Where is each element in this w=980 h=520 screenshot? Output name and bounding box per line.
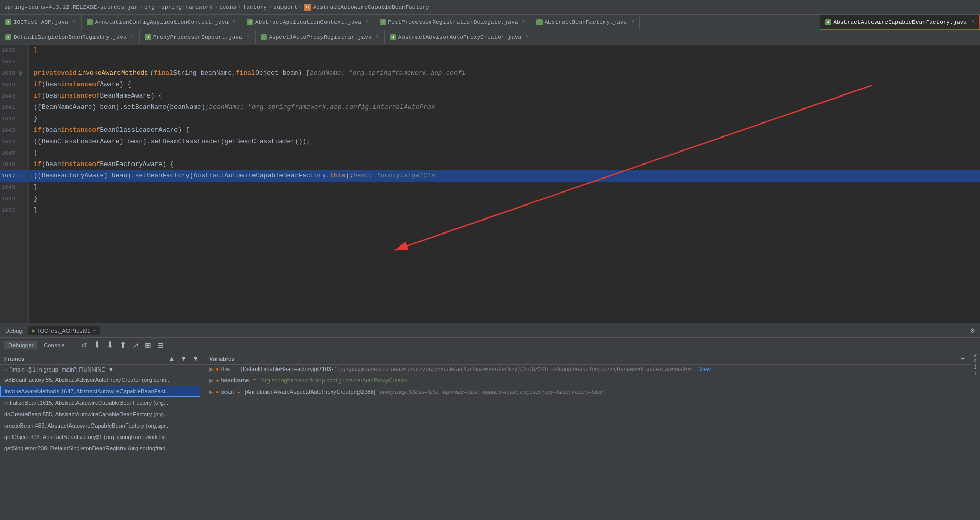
- breadcrumb-org[interactable]: org: [144, 4, 155, 10]
- line-num-1640: 1640: [0, 90, 28, 102]
- restart-btn[interactable]: ↺: [79, 340, 89, 350]
- frame-createbean[interactable]: createBean:483, AbstractAutowireCapableB…: [0, 420, 200, 431]
- console-tab[interactable]: Console: [39, 341, 69, 349]
- line-numbers: 1636 1637 1638 @ 1639 1640: [0, 45, 29, 323]
- debugger-tab[interactable]: Debugger: [4, 341, 37, 349]
- frames-down-btn[interactable]: ▼: [179, 354, 189, 363]
- tab-label: AbstractBeanFactory.java: [545, 19, 627, 25]
- debug-header: Debug: ▶ IOCTest_AOP.test01 × ⚙: [0, 323, 980, 338]
- expand-icon[interactable]: ▶: [209, 366, 213, 373]
- line-num-1649: 1649: [0, 193, 28, 204]
- tab-abstractapp[interactable]: J AbstractApplicationContext.java ×: [241, 15, 374, 30]
- var-this[interactable]: ▶ ● this = {DefaultListableBeanFactory@2…: [205, 365, 971, 376]
- frame-docreatebean[interactable]: doCreateBean:555, AbstractAutowireCapabl…: [0, 408, 200, 420]
- tab-close[interactable]: ×: [247, 34, 250, 40]
- line-num-1643: 1643: [0, 125, 28, 136]
- code-line-1647: ((BeanFactoryAware) bean).setBeanFactory…: [29, 170, 980, 182]
- tab-close[interactable]: ×: [526, 34, 529, 40]
- code-line-1638: private void invokeAwareMethods(final St…: [29, 67, 980, 79]
- code-line-1644: ((BeanClassLoaderAware) bean).setBeanCla…: [29, 136, 980, 147]
- step-over-btn[interactable]: ⬇: [91, 339, 102, 351]
- breadcrumb-springframework[interactable]: springframework: [161, 4, 212, 10]
- tab-aspectj[interactable]: J AspectJAutoProxyRegistrar.java ×: [256, 30, 385, 44]
- code-container: 1636 1637 1638 @ 1639 1640: [0, 45, 980, 323]
- frame-getsingleton[interactable]: getSingleton:230, DefaultSingletonBeanRe…: [0, 443, 200, 454]
- breadcrumb-jar[interactable]: spring-beans-4.3.12.RELEASE-sources.jar: [4, 4, 138, 10]
- frame-invokeaware[interactable]: invokeAwareMethods:1647, AbstractAutowir…: [0, 386, 200, 397]
- tab-abstractadvisor[interactable]: J AbstractAdvisorAutoProxyCreator.java ×: [385, 30, 535, 44]
- run-to-cursor-btn[interactable]: ↗: [130, 340, 141, 350]
- debug-session-close[interactable]: ×: [92, 327, 96, 333]
- var-beanname[interactable]: ▶ ● beanName = "org.springframework.aop.…: [205, 376, 971, 388]
- code-line-1650: }: [29, 204, 980, 216]
- tab-bar-row1: J IOCTest_AOP.java × J AnnotationConfigA…: [0, 15, 980, 30]
- thread-label: "main"@1 in group "main": RUNNING: [10, 366, 106, 373]
- frame-initializebean[interactable]: initializeBean:1615, AbstractAutowireCap…: [0, 397, 200, 408]
- right-panel-j2[interactable]: j: [974, 371, 977, 376]
- java-icon: J: [825, 19, 831, 25]
- debug-run-icon: ▶: [32, 327, 36, 333]
- breadcrumb-class: C AbstractAutowireCapableBeanFactory: [304, 4, 429, 11]
- tab-close[interactable]: ×: [131, 34, 134, 40]
- frames-scroll-area: setBeanFactory:55, AbstractAdvisorAutoPr…: [0, 374, 205, 520]
- debug-session-tab[interactable]: ▶ IOCTest_AOP.test01 ×: [28, 326, 100, 335]
- code-line-1640: if (bean instanceof BeanNameAware) {: [29, 90, 980, 102]
- frames-title: Frames: [4, 355, 24, 362]
- var-bean[interactable]: ▶ ● bean = {AnnotationAwareAspectJAutoPr…: [205, 388, 971, 399]
- line-num-1638: 1638 @: [0, 67, 28, 79]
- tab-close[interactable]: ×: [971, 19, 974, 25]
- tab-ioctest[interactable]: J IOCTest_AOP.java ×: [0, 15, 82, 30]
- trace-btn[interactable]: ⊟: [155, 340, 166, 350]
- frames-panel: Frames ▲ ▼ ▼ ✓ "main"@1 in group "main":…: [0, 352, 205, 520]
- tab-close[interactable]: ×: [233, 19, 236, 25]
- frames-list: setBeanFactory:55, AbstractAdvisorAutoPr…: [0, 374, 200, 520]
- expand-icon[interactable]: ▶: [209, 377, 213, 384]
- step-into-btn[interactable]: ⬇: [104, 339, 115, 351]
- tab-abstractbean[interactable]: J AbstractBeanFactory.java ×: [531, 15, 640, 30]
- line-num-1644: 1644: [0, 136, 28, 147]
- frames-up-btn[interactable]: ▲: [167, 354, 177, 363]
- variables-panel-header: Variables +: [205, 352, 971, 365]
- tab-defaultsingleton[interactable]: J DefaultSingletonBeanRegistry.java ×: [0, 30, 140, 44]
- right-panel-j[interactable]: j: [974, 364, 977, 370]
- right-panel-c[interactable]: c: [974, 358, 977, 363]
- right-panel-icons: M c j j: [971, 352, 980, 520]
- breadcrumb-factory[interactable]: factory: [243, 4, 267, 10]
- gear-icon[interactable]: ⚙: [971, 326, 975, 335]
- tab-proxyprocessor[interactable]: J ProxyProcessorSupport.java ×: [140, 30, 256, 44]
- java-icon: J: [5, 34, 11, 40]
- variables-title: Variables: [209, 355, 234, 362]
- tab-close[interactable]: ×: [366, 19, 369, 25]
- breadcrumb-classname: AbstractAutowireCapableBeanFactory: [313, 4, 429, 10]
- java-icon: J: [247, 19, 253, 25]
- tab-annotationconfig[interactable]: J AnnotationConfigApplicationContext.jav…: [82, 15, 241, 30]
- step-out-btn[interactable]: ⬆: [117, 339, 128, 351]
- right-panel-label[interactable]: M: [973, 354, 978, 357]
- tab-postprocessor[interactable]: J PostProcessorRegistrationDelegate.java…: [374, 15, 531, 30]
- frame-setbeanfactory[interactable]: setBeanFactory:55, AbstractAdvisorAutoPr…: [0, 374, 200, 386]
- frame-getobject[interactable]: getObject:306, AbstractBeanFactory$1 (or…: [0, 431, 200, 443]
- frames-scrollbar[interactable]: [200, 374, 205, 520]
- tab-close[interactable]: ×: [522, 19, 526, 25]
- java-icon: J: [5, 19, 11, 25]
- tab-label: PostProcessorRegistrationDelegate.java: [388, 19, 518, 25]
- debug-content: Frames ▲ ▼ ▼ ✓ "main"@1 in group "main":…: [0, 352, 980, 520]
- expand-icon[interactable]: ▶: [209, 389, 213, 395]
- frames-filter-btn[interactable]: ▼: [191, 354, 200, 363]
- tab-bar-row2: J DefaultSingletonBeanRegistry.java × J …: [0, 30, 980, 45]
- breadcrumb-beans[interactable]: beans: [219, 4, 236, 10]
- view-link[interactable]: View: [699, 366, 711, 372]
- debug-toolbar: Debugger Console | ↺ ⬇ ⬇ ⬆ ↗ ⊞ ⊟: [0, 338, 980, 352]
- line-num-1646: 1646: [0, 159, 28, 170]
- evaluate-btn[interactable]: ⊞: [143, 340, 153, 350]
- variables-list: ▶ ● this = {DefaultListableBeanFactory@2…: [205, 365, 971, 520]
- breadcrumb-support[interactable]: support: [274, 4, 298, 10]
- code-line-1646: if (bean instanceof BeanFactoryAware) {: [29, 159, 980, 170]
- thread-dropdown[interactable]: ▼: [108, 366, 114, 373]
- tab-close[interactable]: ×: [631, 19, 634, 25]
- debug-title: Debug:: [5, 327, 23, 334]
- tab-close[interactable]: ×: [73, 19, 76, 25]
- tab-close[interactable]: ×: [376, 34, 379, 40]
- tab-abstractautowire[interactable]: J AbstractAutowireCapableBeanFactory.jav…: [820, 15, 980, 30]
- add-watch-btn[interactable]: +: [959, 354, 966, 363]
